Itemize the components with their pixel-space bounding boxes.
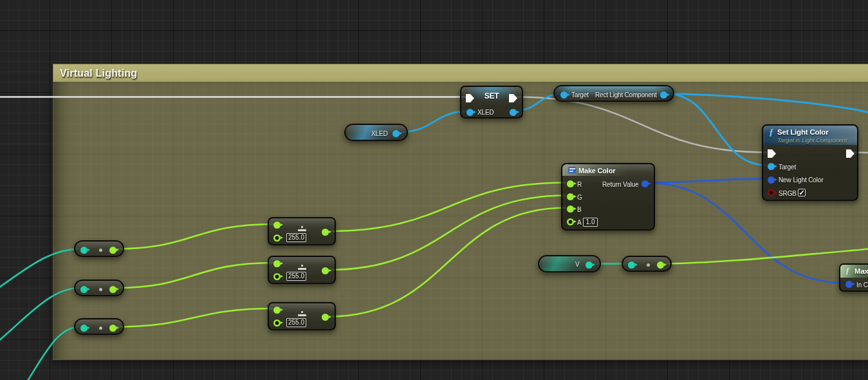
pin-rectlight-target-input[interactable] [560,91,568,99]
exec-pin-out-icon[interactable] [846,149,854,158]
slc-target-label: Target [779,164,796,171]
node-make-color[interactable]: Make Color R G B A 1.0 Return Value [561,163,655,231]
set-xled-pin-label: XLED [477,109,494,117]
div2-value[interactable]: 255.0 [286,272,306,281]
node-get-xled[interactable]: XLED [344,124,408,141]
pin-conv1-input[interactable] [80,247,88,254]
rectlight-output-label: Rect Light Component [595,92,657,99]
make-color-a-label: A [577,220,582,227]
pin-div3-input-b[interactable] [273,319,281,327]
slc-srgb-label: SRGB [779,191,797,198]
div3-value[interactable]: 255.0 [286,318,306,327]
pin-div2-output[interactable] [322,267,329,274]
conv1-dot-icon [99,249,102,252]
node-divide-2[interactable]: 255.0 [268,256,336,284]
node-max[interactable]: ƒ Max ( In Col [839,263,868,292]
xled-label: XLED [371,131,388,138]
make-struct-icon [568,167,576,173]
node-rect-light-component[interactable]: Target Rect Light Component [553,85,674,102]
pin-make-color-r[interactable] [567,180,574,187]
v-label: V [575,261,580,269]
pin-max-in-color[interactable] [845,281,853,288]
node-divide-1[interactable]: 255.0 [268,217,336,245]
make-color-a-value[interactable]: 1.0 [583,218,598,227]
pin-make-color-b[interactable] [567,205,574,213]
div1-value[interactable]: 255.0 [286,233,306,242]
make-color-g-label: G [577,195,582,202]
comment-title-bar[interactable]: Virtual Lighting [53,64,868,82]
node-set-light-color[interactable]: ƒ Set Light Color Target is Light Compon… [762,124,858,201]
make-color-b-label: B [577,207,582,214]
node-get-v[interactable]: V [538,255,601,272]
pin-conv3-output[interactable] [109,325,116,332]
pin-set-xled-input[interactable] [466,109,474,116]
pin-conv2-output[interactable] [109,286,116,293]
node-conv-int-to-float-3[interactable] [74,318,124,335]
make-color-r-label: R [577,182,582,189]
pin-conv2-input[interactable] [80,286,88,293]
pin-conv4-output[interactable] [657,261,664,269]
rectlight-input-label: Target [571,92,589,99]
pin-slc-new-light-color[interactable] [768,176,775,184]
max-in-color-label: In Col [856,282,868,289]
node-conv-int-to-float-1[interactable] [74,240,124,257]
node-conv-int-to-float-2[interactable] [74,280,124,296]
pin-div1-input-b[interactable] [273,234,281,242]
pin-div2-input-b[interactable] [273,273,281,280]
pin-slc-srgb[interactable] [768,189,775,196]
pin-v-output[interactable] [586,261,593,269]
pin-make-color-a[interactable] [567,218,574,225]
pin-make-color-g[interactable] [567,193,574,200]
pin-set-output[interactable] [510,109,517,116]
pin-slc-target[interactable] [768,163,775,170]
make-color-return-label: Return Value [602,182,638,189]
pin-xled-output[interactable] [392,130,400,137]
pin-rectlight-output[interactable] [660,91,667,99]
comment-body [53,82,868,360]
pin-conv1-output[interactable] [109,247,116,254]
blueprint-graph-canvas[interactable]: Virtual Lighting XLED [0,0,868,380]
pin-conv4-input[interactable] [628,261,635,269]
divide-icon [298,226,306,231]
comment-title: Virtual Lighting [60,68,137,79]
pin-make-color-return[interactable] [642,180,649,187]
node-set-xled[interactable]: SET XLED [460,86,523,119]
pin-div2-input-a[interactable] [273,260,281,267]
pin-div1-output[interactable] [322,229,329,236]
slc-new-light-color-label: New Light Color [779,177,824,184]
conv2-dot-icon [99,288,102,291]
conv4-dot-icon [647,263,650,267]
make-color-title: Make Color [578,167,615,175]
node-divide-3[interactable]: 255.0 [268,302,336,330]
max-title: Max ( [854,267,868,275]
srgb-checkbox[interactable]: ✓ [798,189,806,196]
divide-icon [298,265,306,270]
conv3-dot-icon [99,327,102,330]
exec-pin-in-icon[interactable] [768,149,776,158]
pin-div3-input-a[interactable] [273,307,281,314]
divide-icon [298,311,306,316]
set-light-color-title: Set Light Color [777,128,828,136]
pin-div3-output[interactable] [322,314,329,321]
node-conv-int-to-float-4[interactable] [622,256,672,272]
pin-div1-input-a[interactable] [273,222,281,229]
pin-conv3-input[interactable] [80,325,88,332]
set-light-color-subtitle: Target is Light Component [777,137,847,144]
function-icon: ƒ [845,265,850,276]
function-icon: ƒ [769,127,774,138]
